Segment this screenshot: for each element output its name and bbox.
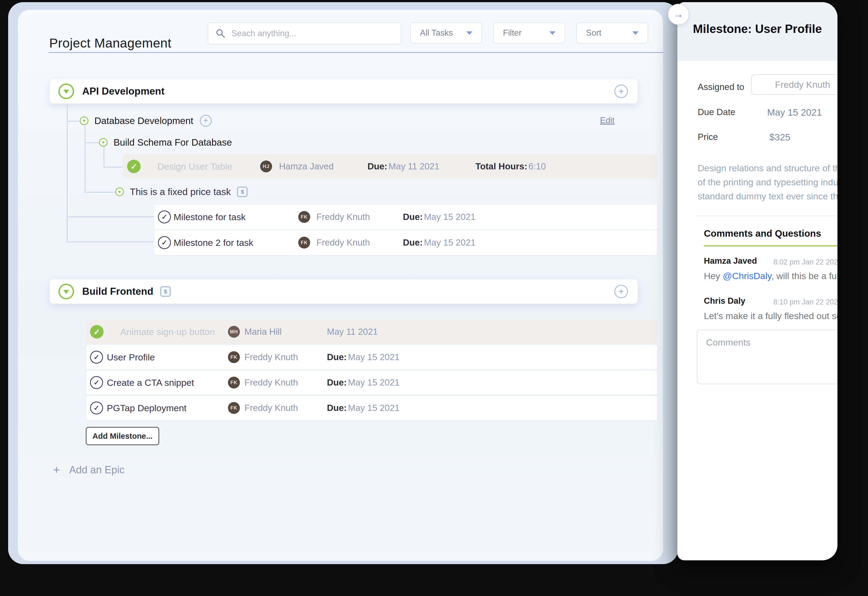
check-circle-icon[interactable] [158, 236, 171, 249]
tree-line [67, 242, 154, 242]
due-date: May 11 2021 [327, 327, 378, 337]
assignee-name: Hamza Javed [279, 161, 334, 171]
view-dropdown-label: All Tasks [420, 28, 453, 38]
add-task-icon[interactable] [614, 285, 628, 298]
check-circle-icon[interactable] [158, 211, 171, 223]
due-value: May 15 2021 [348, 352, 400, 362]
assignee-name: Freddy Knuth [244, 403, 298, 413]
filter-dropdown-label: Filter [503, 28, 522, 38]
comment-body: Let's make it a fully fleshed out scher [704, 311, 837, 321]
due-value: May 15 2021 [424, 238, 476, 248]
comment-text: Let's make it a fully fleshed out scher [704, 311, 837, 321]
avatar: MH [228, 326, 240, 338]
due-date: Due: May 15 2021 [327, 403, 400, 413]
avatar: FK [228, 377, 240, 388]
mention-link[interactable]: @ChrisDaly [723, 271, 771, 281]
milestone-title: Milestone for task [174, 212, 245, 222]
search-box[interactable] [208, 22, 401, 44]
due-date: Due: May 15 2021 [403, 238, 476, 248]
due-date-value: May 15 2021 [767, 107, 822, 118]
add-task-icon[interactable] [614, 84, 628, 98]
due-date: Due: May 11 2021 [367, 161, 439, 171]
avatar: FK [228, 351, 240, 363]
header-divider [49, 52, 663, 53]
due-date: Due: May 15 2021 [403, 212, 476, 222]
search-icon [216, 29, 226, 38]
tree-line [104, 147, 104, 167]
due-value: May 15 2021 [348, 403, 400, 413]
add-milestone-button[interactable]: Add Milestone... [86, 427, 159, 445]
task-row-pgtap-deployment[interactable]: PGTap Deployment FK Freddy Knuth Due: Ma… [86, 396, 657, 420]
panel-title: Milestone: User Profile [677, 22, 837, 35]
collapse-task-icon[interactable] [115, 187, 124, 196]
milestone-row-2[interactable]: Milestone 2 for task FK Freddy Knuth Due… [154, 230, 657, 255]
due-label: Due: [327, 378, 347, 387]
price-value: $325 [769, 132, 790, 143]
add-subtask-icon[interactable] [200, 115, 212, 127]
search-input[interactable] [231, 28, 401, 38]
hours-value: 6:10 [528, 161, 546, 171]
comments-heading-underline [704, 245, 837, 246]
due-value: May 15 2021 [424, 212, 476, 222]
task-title: PGTap Deployment [107, 403, 186, 413]
assigned-to-input[interactable] [751, 74, 837, 95]
add-epic-button[interactable]: + Add an Epic [53, 463, 125, 477]
milestone-description: Design relations and structure of the of… [698, 161, 837, 203]
comment-author: Chris Daly [704, 296, 745, 306]
check-circle-icon[interactable] [90, 351, 103, 364]
tree-line [67, 103, 68, 242]
fixed-price-icon: $ [237, 187, 247, 197]
tree-line [85, 142, 99, 143]
group-database-development[interactable]: Database Development [80, 116, 212, 125]
milestone-detail-panel: Milestone: User Profile Assigned to Due … [677, 2, 837, 561]
avatar: HJ [260, 161, 272, 173]
tree-line [85, 125, 86, 192]
check-circle-icon[interactable] [90, 376, 103, 389]
due-label: Due: [367, 161, 387, 171]
comment-timestamp: 8:02 pm Jan 22 2021 [773, 258, 837, 266]
group-title: Database Development [95, 115, 193, 126]
description-line: of the printing and typesetting indus [698, 175, 837, 189]
avatar: FK [228, 402, 240, 414]
collapse-group-icon[interactable] [80, 117, 89, 125]
task-fixed-price[interactable]: This is a fixed price task $ [115, 187, 247, 196]
subgroup-title: Build Schema For Database [114, 137, 232, 148]
collapse-epic-icon[interactable] [58, 284, 74, 299]
sort-dropdown[interactable]: Sort [576, 22, 648, 43]
subgroup-build-schema[interactable]: Build Schema For Database [99, 138, 232, 147]
edit-link[interactable]: Edit [600, 116, 614, 125]
tree-line [67, 217, 154, 217]
due-label: Due: [327, 352, 347, 362]
collapse-epic-icon[interactable] [58, 84, 74, 99]
due-date: Due: May 15 2021 [327, 378, 400, 388]
comment-author: Hamza Javed [704, 256, 757, 266]
comment-input[interactable] [697, 330, 837, 384]
epic-build-frontend[interactable]: Build Frontend $ [50, 279, 637, 304]
tree-line [104, 167, 123, 168]
filter-dropdown[interactable]: Filter [493, 22, 565, 43]
collapse-subgroup-icon[interactable] [99, 138, 108, 147]
task-row-design-user-table[interactable]: Design User Table HJ Hamza Javed Due: Ma… [123, 154, 657, 179]
task-title: This is a fixed price task [130, 186, 231, 197]
due-label: Due: [403, 238, 423, 248]
task-row-animate-signup[interactable]: Animate sign-up button MH Maria Hill May… [86, 320, 657, 344]
check-circle-icon[interactable] [90, 401, 103, 415]
task-row-cta-snippet[interactable]: Create a CTA snippet FK Freddy Knuth Due… [86, 370, 657, 395]
comment-text: Hey [704, 271, 723, 281]
assignee-name: Freddy Knuth [316, 238, 370, 248]
view-dropdown[interactable]: All Tasks [410, 22, 482, 43]
comment-body: Hey @ChrisDaly, will this be a fully fl [704, 271, 837, 281]
due-date: Due: May 15 2021 [327, 352, 400, 362]
task-row-user-profile[interactable]: User Profile FK Freddy Knuth Due: May 15… [86, 345, 657, 369]
epic-api-development[interactable]: API Development [50, 79, 637, 103]
due-value: May 15 2021 [348, 378, 400, 387]
sort-dropdown-label: Sort [586, 28, 601, 38]
check-circle-icon[interactable] [90, 325, 104, 339]
epic-title: API Development [82, 86, 164, 97]
main-content-area: Project Management All Tasks Filter Sort… [18, 10, 663, 561]
assigned-to-label: Assigned to [698, 82, 744, 92]
comment-timestamp: 8:10 pm Jan 22 2021 [773, 298, 837, 306]
collapse-panel-button[interactable] [668, 4, 689, 25]
milestone-row-1[interactable]: Milestone for task FK Freddy Knuth Due: … [154, 205, 657, 229]
check-circle-icon[interactable] [127, 160, 140, 173]
